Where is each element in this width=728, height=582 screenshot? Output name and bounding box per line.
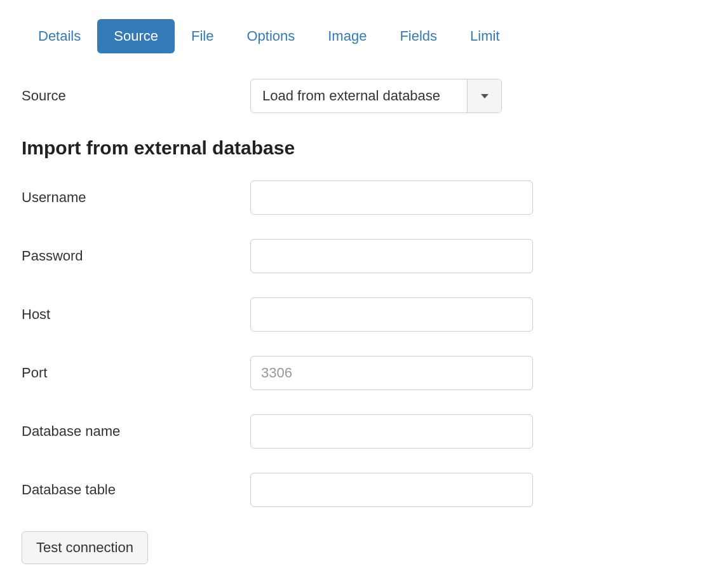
port-row: Port <box>22 356 706 390</box>
port-label: Port <box>22 365 250 381</box>
username-label: Username <box>22 189 250 206</box>
source-dropdown-caret <box>467 79 501 112</box>
test-connection-button[interactable]: Test connection <box>22 531 148 564</box>
tab-source[interactable]: Source <box>97 19 175 53</box>
source-row: Source Load from external database <box>22 79 706 113</box>
port-input[interactable] <box>250 356 533 390</box>
source-label: Source <box>22 88 250 104</box>
tab-options[interactable]: Options <box>230 19 311 53</box>
tab-image[interactable]: Image <box>311 19 383 53</box>
database-name-label: Database name <box>22 423 250 440</box>
database-name-row: Database name <box>22 414 706 449</box>
username-input[interactable] <box>250 180 533 215</box>
host-row: Host <box>22 297 706 332</box>
tab-file[interactable]: File <box>175 19 230 53</box>
database-name-input[interactable] <box>250 414 533 449</box>
database-table-row: Database table <box>22 473 706 507</box>
username-row: Username <box>22 180 706 215</box>
database-table-label: Database table <box>22 482 250 498</box>
tab-details[interactable]: Details <box>22 19 97 53</box>
tab-limit[interactable]: Limit <box>454 19 516 53</box>
host-label: Host <box>22 306 250 323</box>
source-dropdown-value: Load from external database <box>251 79 467 112</box>
button-row: Test connection <box>22 531 706 564</box>
password-row: Password <box>22 239 706 273</box>
section-heading: Import from external database <box>22 137 706 159</box>
host-input[interactable] <box>250 297 533 332</box>
password-label: Password <box>22 248 250 264</box>
tabs: Details Source File Options Image Fields… <box>22 19 706 53</box>
password-input[interactable] <box>250 239 533 273</box>
source-dropdown[interactable]: Load from external database <box>250 79 502 113</box>
chevron-down-icon <box>481 94 489 98</box>
tab-fields[interactable]: Fields <box>383 19 454 53</box>
database-table-input[interactable] <box>250 473 533 507</box>
